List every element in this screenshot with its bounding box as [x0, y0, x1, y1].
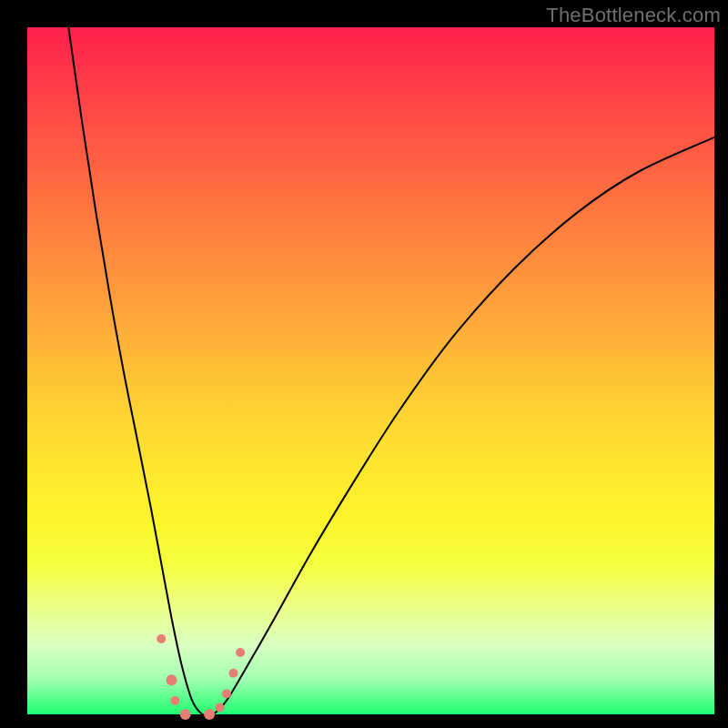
curve-marker: [167, 674, 177, 685]
curve-marker: [170, 696, 179, 705]
curve-marker: [222, 689, 231, 698]
curve-marker: [236, 648, 245, 657]
curve-marker: [204, 709, 215, 720]
curve-markers: [157, 634, 245, 720]
curve-path: [68, 27, 714, 716]
curve-marker: [180, 709, 191, 720]
curve-marker: [157, 634, 166, 643]
bottleneck-curve: [27, 27, 714, 714]
watermark-text: TheBottleneck.com: [546, 4, 721, 27]
curve-marker: [215, 703, 224, 713]
chart-frame: TheBottleneck.com: [0, 0, 728, 728]
plot-area: [27, 27, 714, 714]
curve-marker: [229, 669, 238, 678]
